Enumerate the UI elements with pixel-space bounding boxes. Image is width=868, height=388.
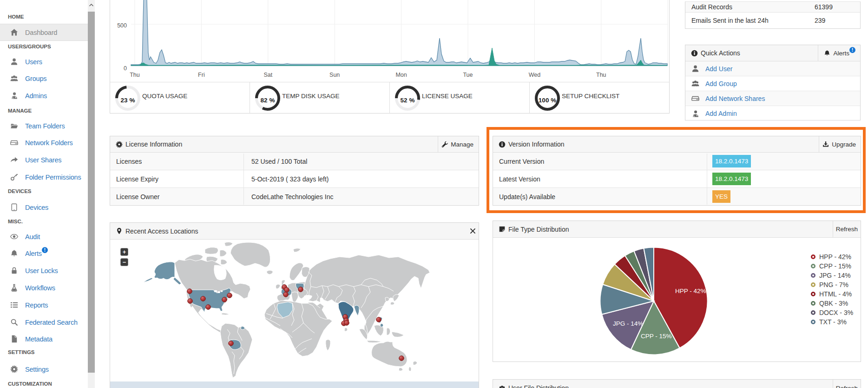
- svg-text:Sun: Sun: [329, 72, 340, 78]
- svg-text:500: 500: [117, 22, 127, 29]
- svg-text:Tue: Tue: [463, 72, 473, 78]
- svg-text:Thu: Thu: [130, 72, 140, 78]
- svg-text:Mon: Mon: [395, 72, 407, 78]
- svg-text:0: 0: [124, 65, 127, 72]
- svg-text:Fri: Fri: [198, 72, 205, 78]
- svg-text:Wed: Wed: [529, 72, 541, 78]
- svg-text:Thu: Thu: [596, 72, 606, 78]
- svg-text:Sat: Sat: [263, 72, 272, 78]
